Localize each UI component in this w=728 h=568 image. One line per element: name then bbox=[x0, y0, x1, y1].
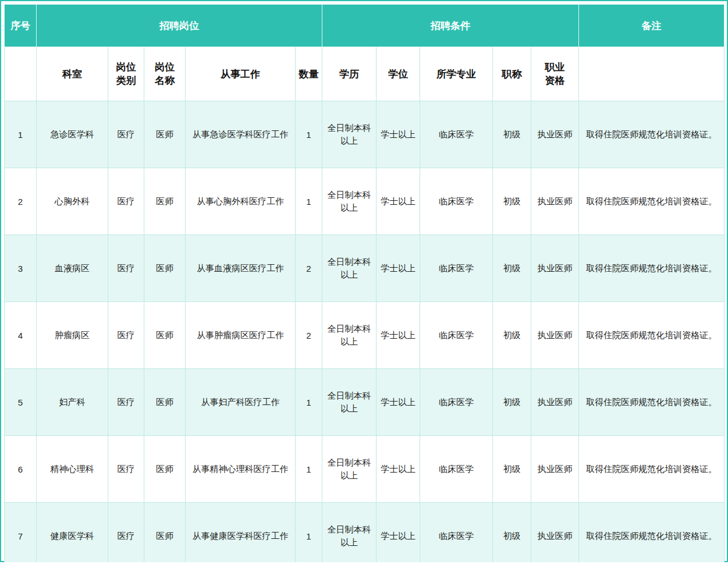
cell-degree: 学士以上 bbox=[377, 168, 420, 235]
cell-category: 医疗 bbox=[108, 101, 144, 168]
table-row: 1 急诊医学科 医疗 医师 从事急诊医学科医疗工作 1 全日制本科以上 学士以上… bbox=[5, 101, 725, 168]
subheader-empty-index bbox=[5, 47, 37, 101]
cell-education: 全日制本科以上 bbox=[322, 302, 377, 369]
cell-degree: 学士以上 bbox=[377, 101, 420, 168]
cell-title: 医师 bbox=[144, 101, 186, 168]
header-group-condition: 招聘条件 bbox=[322, 5, 579, 47]
cell-major: 临床医学 bbox=[420, 503, 493, 563]
subheader-count: 数量 bbox=[296, 47, 322, 101]
cell-major: 临床医学 bbox=[420, 369, 493, 436]
cell-category: 医疗 bbox=[108, 503, 144, 563]
table-row: 6 精神心理科 医疗 医师 从事精神心理科医疗工作 1 全日制本科以上 学士以上… bbox=[5, 436, 725, 503]
cell-work: 从事妇产科医疗工作 bbox=[186, 369, 296, 436]
cell-major: 临床医学 bbox=[420, 436, 493, 503]
cell-qual: 执业医师 bbox=[531, 436, 579, 503]
cell-dept: 健康医学科 bbox=[37, 503, 108, 563]
cell-rank: 初级 bbox=[493, 302, 531, 369]
cell-remark: 取得住院医师规范化培训资格证。 bbox=[579, 101, 725, 168]
cell-rank: 初级 bbox=[493, 503, 531, 563]
cell-education: 全日制本科以上 bbox=[322, 503, 377, 563]
cell-education: 全日制本科以上 bbox=[322, 436, 377, 503]
cell-degree: 学士以上 bbox=[377, 369, 420, 436]
cell-no: 4 bbox=[5, 302, 37, 369]
cell-category: 医疗 bbox=[108, 302, 144, 369]
subheader-dept: 科室 bbox=[37, 47, 108, 101]
cell-no: 6 bbox=[5, 436, 37, 503]
header-index: 序号 bbox=[5, 5, 37, 47]
cell-major: 临床医学 bbox=[420, 101, 493, 168]
cell-remark: 取得住院医师规范化培训资格证。 bbox=[579, 369, 725, 436]
subheader-qual: 职业资格 bbox=[531, 47, 579, 101]
cell-count: 1 bbox=[296, 168, 322, 235]
cell-work: 从事肿瘤病区医疗工作 bbox=[186, 302, 296, 369]
cell-category: 医疗 bbox=[108, 436, 144, 503]
cell-qual: 执业医师 bbox=[531, 302, 579, 369]
cell-major: 临床医学 bbox=[420, 168, 493, 235]
cell-remark: 取得住院医师规范化培训资格证。 bbox=[579, 503, 725, 563]
cell-category: 医疗 bbox=[108, 168, 144, 235]
cell-no: 2 bbox=[5, 168, 37, 235]
cell-title: 医师 bbox=[144, 436, 186, 503]
cell-rank: 初级 bbox=[493, 235, 531, 302]
cell-title: 医师 bbox=[144, 302, 186, 369]
cell-degree: 学士以上 bbox=[377, 436, 420, 503]
table-row: 5 妇产科 医疗 医师 从事妇产科医疗工作 1 全日制本科以上 学士以上 临床医… bbox=[5, 369, 725, 436]
cell-title: 医师 bbox=[144, 168, 186, 235]
cell-work: 从事健康医学科医疗工作 bbox=[186, 503, 296, 563]
cell-count: 1 bbox=[296, 503, 322, 563]
subheader-major: 所学专业 bbox=[420, 47, 493, 101]
cell-remark: 取得住院医师规范化培训资格证。 bbox=[579, 302, 725, 369]
subheader-rank: 职称 bbox=[493, 47, 531, 101]
cell-education: 全日制本科以上 bbox=[322, 101, 377, 168]
cell-qual: 执业医师 bbox=[531, 235, 579, 302]
cell-rank: 初级 bbox=[493, 168, 531, 235]
subheader-title: 岗位名称 bbox=[144, 47, 186, 101]
cell-qual: 执业医师 bbox=[531, 369, 579, 436]
cell-major: 临床医学 bbox=[420, 302, 493, 369]
cell-work: 从事血液病区医疗工作 bbox=[186, 235, 296, 302]
cell-rank: 初级 bbox=[493, 369, 531, 436]
cell-title: 医师 bbox=[144, 369, 186, 436]
header-group-position: 招聘岗位 bbox=[37, 5, 322, 47]
table-row: 3 血液病区 医疗 医师 从事血液病区医疗工作 2 全日制本科以上 学士以上 临… bbox=[5, 235, 725, 302]
cell-count: 1 bbox=[296, 101, 322, 168]
recruitment-table-container: 序号 招聘岗位 招聘条件 备注 科室 岗位类别 岗位名称 从事工作 数量 学历 … bbox=[0, 0, 728, 562]
header-group-row: 序号 招聘岗位 招聘条件 备注 bbox=[5, 5, 725, 47]
subheader-education: 学历 bbox=[322, 47, 377, 101]
cell-education: 全日制本科以上 bbox=[322, 369, 377, 436]
cell-count: 1 bbox=[296, 436, 322, 503]
subheader-work: 从事工作 bbox=[186, 47, 296, 101]
cell-dept: 急诊医学科 bbox=[37, 101, 108, 168]
cell-qual: 执业医师 bbox=[531, 168, 579, 235]
header-sub-row: 科室 岗位类别 岗位名称 从事工作 数量 学历 学位 所学专业 职称 职业资格 bbox=[5, 47, 725, 101]
cell-remark: 取得住院医师规范化培训资格证。 bbox=[579, 168, 725, 235]
cell-no: 3 bbox=[5, 235, 37, 302]
cell-remark: 取得住院医师规范化培训资格证。 bbox=[579, 235, 725, 302]
table-row: 2 心胸外科 医疗 医师 从事心胸外科医疗工作 1 全日制本科以上 学士以上 临… bbox=[5, 168, 725, 235]
recruitment-table: 序号 招聘岗位 招聘条件 备注 科室 岗位类别 岗位名称 从事工作 数量 学历 … bbox=[4, 4, 725, 562]
cell-count: 1 bbox=[296, 369, 322, 436]
cell-work: 从事精神心理科医疗工作 bbox=[186, 436, 296, 503]
cell-remark: 取得住院医师规范化培训资格证。 bbox=[579, 436, 725, 503]
cell-dept: 妇产科 bbox=[37, 369, 108, 436]
cell-education: 全日制本科以上 bbox=[322, 235, 377, 302]
cell-rank: 初级 bbox=[493, 436, 531, 503]
cell-no: 5 bbox=[5, 369, 37, 436]
cell-count: 2 bbox=[296, 302, 322, 369]
cell-dept: 精神心理科 bbox=[37, 436, 108, 503]
cell-dept: 血液病区 bbox=[37, 235, 108, 302]
cell-title: 医师 bbox=[144, 503, 186, 563]
table-row: 4 肿瘤病区 医疗 医师 从事肿瘤病区医疗工作 2 全日制本科以上 学士以上 临… bbox=[5, 302, 725, 369]
cell-degree: 学士以上 bbox=[377, 503, 420, 563]
cell-major: 临床医学 bbox=[420, 235, 493, 302]
cell-category: 医疗 bbox=[108, 235, 144, 302]
header-remark: 备注 bbox=[579, 5, 725, 47]
cell-education: 全日制本科以上 bbox=[322, 168, 377, 235]
cell-work: 从事心胸外科医疗工作 bbox=[186, 168, 296, 235]
cell-no: 1 bbox=[5, 101, 37, 168]
table-row: 7 健康医学科 医疗 医师 从事健康医学科医疗工作 1 全日制本科以上 学士以上… bbox=[5, 503, 725, 563]
cell-degree: 学士以上 bbox=[377, 235, 420, 302]
cell-qual: 执业医师 bbox=[531, 101, 579, 168]
cell-title: 医师 bbox=[144, 235, 186, 302]
subheader-degree: 学位 bbox=[377, 47, 420, 101]
